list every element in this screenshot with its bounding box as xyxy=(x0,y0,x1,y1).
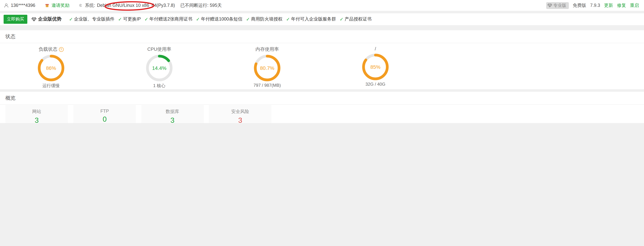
gauge-label: CPU使用率 xyxy=(148,46,171,53)
gauge-sublabel: 1 核心 xyxy=(132,83,186,89)
debian-icon xyxy=(78,3,83,8)
overview-card-security-risk[interactable]: 安全风险3 xyxy=(209,105,272,123)
gift-icon xyxy=(44,3,50,8)
check-icon: ✓ xyxy=(144,16,148,22)
check-icon: ✓ xyxy=(118,16,122,22)
overview-card-ftp[interactable]: FTP0 xyxy=(73,105,136,123)
gauge-sublabel: 32G / 40G xyxy=(348,82,402,87)
repair-link[interactable]: 修复 xyxy=(617,2,626,9)
gauge-label: 负载状态 xyxy=(39,46,57,53)
overview-card-sites[interactable]: 网站3 xyxy=(6,105,68,123)
uptime: 已不间断运行: 595天 xyxy=(180,2,222,9)
invite-label: 邀请奖励 xyxy=(52,2,70,9)
card-label: 安全风险 xyxy=(209,109,272,115)
username: 136****4396 xyxy=(11,3,35,8)
enterprise-banner: 立即购买 企业版优势 ✓企业版、专业版插件✓可更换IP✓年付赠送2张商用证书✓年… xyxy=(0,13,644,25)
feature-list: ✓企业版、专业版插件✓可更换IP✓年付赠送2张商用证书✓年付赠送1000条短信✓… xyxy=(66,16,372,22)
diamond-icon xyxy=(547,3,552,8)
gauge-value: 85% xyxy=(370,64,380,70)
gauge-sublabel: 797 / 987(MB) xyxy=(240,83,294,88)
check-icon: ✓ xyxy=(69,16,73,22)
gauge-value: 86% xyxy=(46,65,56,71)
card-label: 网站 xyxy=(6,109,68,115)
update-link[interactable]: 更新 xyxy=(604,2,613,9)
overview-title: 概览 xyxy=(0,92,644,105)
system-value: Debian GNU/Linux 10 x86_64(Py3.7.8) xyxy=(97,3,175,8)
enterprise-advantages-title: 企业版优势 xyxy=(31,16,62,22)
gauge-memory: 内存使用率80.7%797 / 987(MB) xyxy=(240,46,294,88)
check-icon: ✓ xyxy=(246,16,250,22)
status-panel: 状态 负载状态?86%运行缓慢CPU使用率14.4%1 核心内存使用率80.7%… xyxy=(0,30,644,89)
buy-now-button[interactable]: 立即购买 xyxy=(4,15,27,24)
gauge-ring: 86% xyxy=(38,54,65,82)
feature-item: ✓年付赠送1000条短信 xyxy=(196,16,242,22)
card-value: 3 xyxy=(6,116,68,123)
check-icon: ✓ xyxy=(286,16,290,22)
user-account[interactable]: 136****4396 xyxy=(4,3,35,8)
card-value: 3 xyxy=(141,116,204,123)
version-number: 7.9.3 xyxy=(590,3,600,8)
bt-panel-dashboard: 136****4396 邀请奖励 系统: Debian GNU/Linux 10… xyxy=(0,0,644,123)
overview-card-databases[interactable]: 数据库3 xyxy=(141,105,204,123)
card-label: FTP xyxy=(73,109,136,114)
help-icon[interactable]: ? xyxy=(59,47,64,52)
gauge-value: 14.4% xyxy=(152,65,166,71)
feature-item: ✓年付可入企业版服务群 xyxy=(286,16,336,22)
feature-item: ✓商用防火墙授权 xyxy=(246,16,282,22)
gauge-value: 80.7% xyxy=(260,65,274,71)
topbar: 136****4396 邀请奖励 系统: Debian GNU/Linux 10… xyxy=(0,0,644,11)
gauge-ring: 80.7% xyxy=(254,54,281,82)
invite-reward[interactable]: 邀请奖励 xyxy=(44,2,70,9)
check-icon: ✓ xyxy=(340,16,344,22)
card-value: 3 xyxy=(209,116,272,123)
card-label: 数据库 xyxy=(141,109,204,115)
feature-item: ✓年付赠送2张商用证书 xyxy=(144,16,192,22)
overview-panel: 概览 网站3FTP0数据库3安全风险3 xyxy=(0,92,644,123)
edition-label: 免费版 xyxy=(572,2,586,9)
user-icon xyxy=(4,3,9,8)
feature-item: ✓可更换IP xyxy=(118,16,141,22)
check-icon: ✓ xyxy=(196,16,200,22)
gauge-sublabel: 运行缓慢 xyxy=(24,83,78,89)
gauge-ring: 14.4% xyxy=(146,54,173,82)
pro-badge-label: 专业版 xyxy=(553,2,566,9)
gauge-load: 负载状态?86%运行缓慢 xyxy=(24,46,78,89)
restart-link[interactable]: 重启 xyxy=(630,2,639,9)
gauge-label: / xyxy=(375,46,376,52)
topbar-right: 专业版 免费版 7.9.3 更新 修复 重启 xyxy=(546,2,644,9)
diamond-icon xyxy=(31,17,37,22)
uptime-text: 已不间断运行: 595天 xyxy=(180,2,222,9)
pro-badge[interactable]: 专业版 xyxy=(546,2,569,9)
gauge-ring: 85% xyxy=(362,53,389,81)
status-title: 状态 xyxy=(0,30,644,43)
system-info: 系统: Debian GNU/Linux 10 x86_64(Py3.7.8) xyxy=(78,2,175,9)
gauge-cpu: CPU使用率14.4%1 核心 xyxy=(132,46,186,89)
feature-item: ✓产品授权证书 xyxy=(340,16,372,22)
gauge-label: 内存使用率 xyxy=(256,46,279,53)
system-label: 系统: xyxy=(85,2,95,9)
feature-item: ✓企业版、专业版插件 xyxy=(69,16,114,22)
card-value: 0 xyxy=(73,115,136,123)
gauge-disk-root: /85%32G / 40G xyxy=(348,46,402,87)
